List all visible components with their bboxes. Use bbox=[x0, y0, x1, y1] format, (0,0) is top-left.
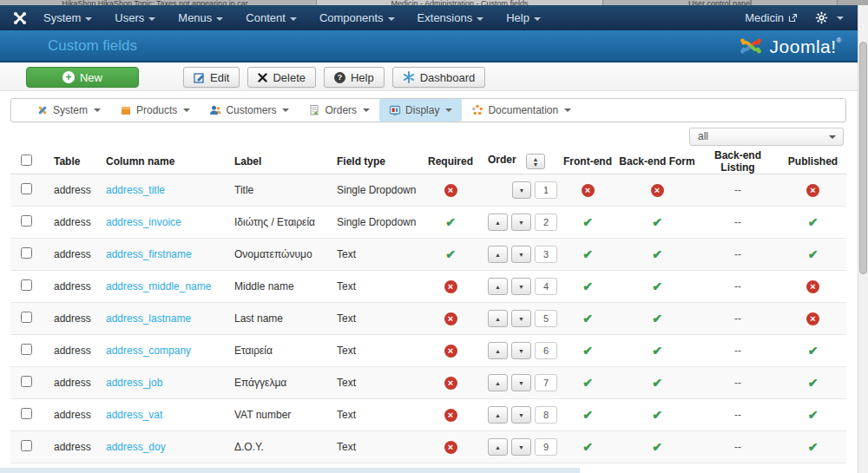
order-up-button[interactable]: ▲ bbox=[488, 438, 508, 456]
row-checkbox[interactable] bbox=[21, 215, 32, 227]
check-icon[interactable]: ✔ bbox=[808, 408, 819, 422]
comp-menu-customers[interactable]: Customers bbox=[200, 99, 299, 122]
column-name-link[interactable]: address_firstname bbox=[106, 248, 192, 260]
check-icon[interactable]: ✔ bbox=[652, 279, 662, 293]
menu-components[interactable]: Components bbox=[308, 5, 406, 30]
site-preview-link[interactable]: Medicin bbox=[734, 11, 808, 24]
check-icon[interactable]: ✔ bbox=[808, 376, 819, 390]
check-icon[interactable]: ✔ bbox=[652, 440, 662, 454]
cross-icon[interactable]: × bbox=[444, 184, 457, 197]
order-input[interactable] bbox=[535, 310, 557, 327]
scrollbar-thumb[interactable] bbox=[859, 42, 867, 274]
check-icon[interactable]: ✔ bbox=[445, 215, 456, 229]
cross-icon[interactable]: × bbox=[444, 345, 457, 358]
column-name-link[interactable]: address_middle_name bbox=[106, 280, 211, 292]
row-checkbox[interactable] bbox=[21, 344, 32, 355]
order-up-button[interactable]: ▲ bbox=[488, 406, 508, 424]
row-checkbox[interactable] bbox=[21, 247, 32, 259]
browser-scrollbar[interactable] bbox=[858, 5, 868, 473]
menu-menus[interactable]: Menus bbox=[167, 5, 234, 30]
order-down-button[interactable]: ▼ bbox=[511, 374, 531, 391]
order-up-button[interactable]: ▲ bbox=[488, 310, 508, 327]
cross-icon[interactable]: × bbox=[444, 280, 457, 293]
check-icon[interactable]: ✔ bbox=[652, 408, 662, 422]
menu-content[interactable]: Content bbox=[234, 5, 308, 30]
check-icon[interactable]: ✔ bbox=[652, 376, 662, 390]
check-icon[interactable]: ✔ bbox=[652, 344, 662, 358]
order-input[interactable] bbox=[535, 438, 557, 456]
check-icon[interactable]: ✔ bbox=[582, 408, 593, 422]
cross-icon[interactable]: × bbox=[806, 312, 819, 325]
check-icon[interactable]: ✔ bbox=[808, 440, 819, 454]
check-icon[interactable]: ✔ bbox=[808, 215, 819, 229]
delete-button[interactable]: Delete bbox=[247, 67, 316, 88]
order-down-button[interactable]: ▼ bbox=[511, 246, 531, 263]
order-down-button[interactable]: ▼ bbox=[511, 406, 531, 424]
order-input[interactable] bbox=[535, 214, 557, 231]
cross-icon[interactable]: × bbox=[444, 441, 457, 454]
comp-menu-products[interactable]: Products bbox=[110, 99, 200, 122]
order-down-button[interactable]: ▼ bbox=[511, 310, 531, 327]
check-icon[interactable]: ✔ bbox=[582, 344, 593, 358]
help-button[interactable]: ? Help bbox=[324, 67, 385, 88]
comp-menu-system[interactable]: System bbox=[27, 99, 110, 122]
order-down-button[interactable]: ▼ bbox=[511, 438, 531, 456]
cross-icon[interactable]: × bbox=[806, 184, 819, 197]
row-checkbox[interactable] bbox=[21, 279, 32, 291]
row-checkbox[interactable] bbox=[21, 183, 32, 194]
order-down-button[interactable]: ▼ bbox=[511, 278, 531, 295]
menu-extensions[interactable]: Extensions bbox=[406, 5, 496, 30]
comp-menu-display[interactable]: Display bbox=[379, 99, 462, 122]
admin-settings-menu[interactable] bbox=[808, 11, 858, 24]
check-icon[interactable]: ✔ bbox=[582, 376, 593, 390]
order-up-button[interactable]: ▲ bbox=[488, 342, 508, 359]
order-down-button[interactable]: ▼ bbox=[512, 181, 531, 199]
check-icon[interactable]: ✔ bbox=[445, 247, 456, 261]
column-name-link[interactable]: address_doy bbox=[106, 441, 166, 453]
order-input[interactable] bbox=[535, 246, 557, 263]
column-name-link[interactable]: address_job bbox=[106, 377, 162, 389]
comp-menu-orders[interactable]: Orders bbox=[299, 99, 379, 122]
check-icon[interactable]: ✔ bbox=[652, 312, 662, 325]
check-icon[interactable]: ✔ bbox=[808, 247, 819, 261]
order-sort-button[interactable]: ▲▼ bbox=[526, 154, 545, 169]
cross-icon[interactable]: × bbox=[651, 184, 664, 197]
order-input[interactable] bbox=[535, 374, 557, 391]
order-input[interactable] bbox=[535, 278, 557, 295]
cross-icon[interactable]: × bbox=[444, 312, 457, 325]
edit-button[interactable]: Edit bbox=[183, 67, 240, 88]
order-up-button[interactable]: ▲ bbox=[488, 374, 508, 391]
row-checkbox[interactable] bbox=[21, 312, 32, 323]
order-down-button[interactable]: ▼ bbox=[511, 342, 531, 359]
check-icon[interactable]: ✔ bbox=[582, 440, 593, 454]
check-icon[interactable]: ✔ bbox=[652, 215, 662, 229]
select-all-checkbox[interactable] bbox=[21, 154, 32, 166]
check-icon[interactable]: ✔ bbox=[582, 279, 593, 293]
order-input[interactable] bbox=[535, 342, 557, 359]
column-name-link[interactable]: address_title bbox=[106, 184, 165, 196]
column-name-link[interactable]: address_vat bbox=[106, 409, 162, 421]
order-down-button[interactable]: ▼ bbox=[511, 214, 531, 231]
new-button[interactable]: + New bbox=[26, 67, 139, 88]
check-icon[interactable]: ✔ bbox=[582, 312, 593, 325]
row-checkbox[interactable] bbox=[21, 408, 32, 419]
check-icon[interactable]: ✔ bbox=[582, 247, 593, 261]
table-filter-select[interactable]: all bbox=[689, 128, 844, 146]
cross-icon[interactable]: × bbox=[582, 184, 595, 197]
menu-system[interactable]: System bbox=[32, 5, 103, 30]
comp-menu-documentation[interactable]: Documentation bbox=[462, 99, 581, 122]
cross-icon[interactable]: × bbox=[444, 409, 457, 422]
menu-users[interactable]: Users bbox=[103, 5, 167, 30]
order-up-button[interactable]: ▲ bbox=[488, 246, 508, 263]
row-checkbox[interactable] bbox=[21, 440, 32, 451]
dashboard-button[interactable]: Dashboard bbox=[392, 67, 486, 88]
order-up-button[interactable]: ▲ bbox=[488, 278, 508, 295]
cross-icon[interactable]: × bbox=[444, 377, 457, 390]
check-icon[interactable]: ✔ bbox=[582, 215, 593, 229]
order-input[interactable] bbox=[535, 181, 557, 199]
order-up-button[interactable]: ▲ bbox=[488, 214, 508, 231]
cross-icon[interactable]: × bbox=[806, 280, 819, 293]
column-name-link[interactable]: address_company bbox=[106, 345, 191, 357]
column-name-link[interactable]: address_invoice bbox=[106, 216, 181, 228]
check-icon[interactable]: ✔ bbox=[652, 247, 662, 261]
